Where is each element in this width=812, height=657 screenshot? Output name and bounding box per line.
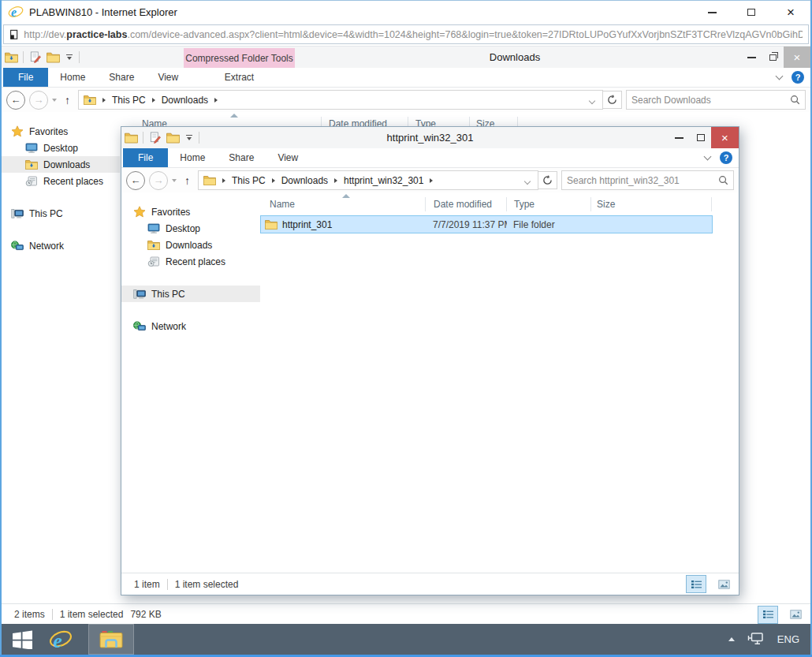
qat-new-folder-icon[interactable] bbox=[166, 132, 180, 144]
address-dropdown-icon[interactable] bbox=[587, 95, 598, 106]
close-icon: × bbox=[787, 6, 795, 19]
column-size[interactable]: Size bbox=[590, 197, 712, 211]
contextual-tab-compressed-folder-tools[interactable]: Compressed Folder Tools bbox=[184, 48, 295, 68]
ribbon-right-controls: ? bbox=[777, 68, 804, 87]
search-box[interactable] bbox=[626, 90, 806, 110]
search-input[interactable] bbox=[631, 95, 790, 106]
column-type[interactable]: Type bbox=[506, 197, 590, 211]
taskbar-internet-explorer[interactable]: e bbox=[43, 624, 79, 655]
column-name[interactable]: Name bbox=[260, 197, 425, 211]
tab-share[interactable]: Share bbox=[97, 68, 146, 87]
sidebar-item-this-pc[interactable]: This PC bbox=[2, 205, 120, 222]
icons-view-button[interactable] bbox=[713, 575, 734, 593]
page-favicon-icon bbox=[9, 29, 18, 40]
sidebar-item-network[interactable]: Network bbox=[2, 237, 120, 254]
breadcrumb-downloads[interactable]: Downloads bbox=[162, 95, 208, 106]
qat-properties-icon[interactable] bbox=[28, 51, 42, 63]
tab-extract[interactable]: Extract bbox=[184, 68, 295, 87]
details-view-button[interactable] bbox=[686, 575, 706, 593]
url-input[interactable]: http://dev.practice-labs.com/device-adva… bbox=[3, 24, 809, 44]
httprint-status-bar: 1 item 1 item selected bbox=[121, 573, 739, 595]
file-row-httprint-301[interactable]: httprint_301 7/7/2019 11:37 PM File fold… bbox=[260, 215, 713, 233]
tab-file[interactable]: File bbox=[123, 148, 168, 167]
details-view-button[interactable] bbox=[758, 606, 778, 624]
file-type: File folder bbox=[507, 219, 591, 230]
up-button[interactable]: ↑ bbox=[61, 94, 74, 106]
restore-button[interactable] bbox=[762, 47, 784, 68]
sidebar-item-recent-places[interactable]: Recent places bbox=[2, 173, 120, 189]
close-icon: × bbox=[721, 131, 728, 144]
tab-home[interactable]: Home bbox=[168, 148, 217, 167]
icons-view-button[interactable] bbox=[785, 606, 806, 624]
taskbar: e ENG bbox=[2, 624, 810, 655]
qat-customize-icon[interactable] bbox=[65, 53, 74, 62]
back-button[interactable]: ← bbox=[6, 91, 25, 110]
maximize-button[interactable] bbox=[690, 127, 711, 148]
back-button[interactable]: ← bbox=[126, 171, 145, 190]
browser-close-button[interactable]: × bbox=[771, 1, 810, 24]
language-indicator[interactable]: ENG bbox=[777, 633, 799, 645]
breadcrumb-httprint[interactable]: httprint_win32_301 bbox=[344, 175, 423, 186]
tab-view[interactable]: View bbox=[266, 148, 310, 167]
sidebar-item-downloads[interactable]: Downloads bbox=[121, 237, 260, 253]
browser-titlebar: e PLABWIN810 - Internet Explorer × bbox=[2, 1, 810, 24]
sidebar-item-favorites[interactable]: Favorites bbox=[2, 123, 120, 140]
minimize-button[interactable] bbox=[669, 127, 690, 148]
minimize-button[interactable] bbox=[741, 47, 762, 68]
help-icon[interactable]: ? bbox=[720, 151, 732, 164]
qat-new-folder-icon[interactable] bbox=[47, 51, 60, 63]
help-icon[interactable]: ? bbox=[792, 71, 804, 84]
start-button[interactable] bbox=[2, 624, 43, 655]
sidebar-item-desktop[interactable]: Desktop bbox=[121, 220, 260, 237]
close-button[interactable]: × bbox=[784, 47, 810, 68]
address-bar[interactable]: This PC Downloads bbox=[78, 90, 603, 110]
svg-text:e: e bbox=[11, 6, 17, 19]
breadcrumb-this-pc[interactable]: This PC bbox=[232, 175, 266, 186]
downloads-folder-icon bbox=[147, 240, 160, 250]
show-hidden-icons-icon[interactable] bbox=[728, 637, 735, 641]
tab-home[interactable]: Home bbox=[48, 68, 97, 87]
taskbar-file-explorer[interactable] bbox=[88, 624, 134, 655]
browser-url-row: http://dev.practice-labs.com/device-adva… bbox=[2, 24, 810, 45]
forward-button[interactable]: → bbox=[149, 171, 168, 190]
column-date-modified[interactable]: Date modified bbox=[425, 197, 506, 211]
sidebar-item-favorites[interactable]: Favorites bbox=[121, 203, 260, 220]
tab-share[interactable]: Share bbox=[217, 148, 266, 167]
forward-button[interactable]: → bbox=[29, 91, 48, 110]
qat-properties-icon[interactable] bbox=[148, 132, 162, 144]
qat-customize-icon[interactable] bbox=[184, 133, 194, 143]
separator bbox=[79, 51, 80, 63]
recent-locations-icon[interactable] bbox=[172, 179, 177, 182]
sidebar-label: Downloads bbox=[43, 159, 90, 170]
refresh-button[interactable] bbox=[603, 91, 622, 109]
status-size: 792 KB bbox=[130, 609, 161, 620]
browser-minimize-button[interactable] bbox=[692, 1, 732, 24]
breadcrumb-this-pc[interactable]: This PC bbox=[112, 95, 146, 106]
ribbon-expand-icon[interactable] bbox=[704, 153, 712, 161]
url-suffix: .com/device-advanced.aspx?client=html&de… bbox=[127, 29, 803, 40]
up-button[interactable]: ↑ bbox=[181, 174, 194, 187]
search-box[interactable] bbox=[561, 170, 734, 190]
qat-downloads-folder-icon[interactable] bbox=[5, 51, 18, 63]
address-dropdown-icon[interactable] bbox=[522, 175, 533, 186]
thumbnails-view-icon bbox=[790, 610, 802, 619]
address-bar[interactable]: This PC Downloads httprint_win32_301 bbox=[198, 170, 538, 190]
window-title: httprint_win32_301 bbox=[216, 127, 644, 148]
ribbon-expand-icon[interactable] bbox=[776, 73, 784, 80]
sidebar-item-network[interactable]: Network bbox=[121, 318, 260, 334]
close-button[interactable]: × bbox=[711, 127, 739, 148]
network-status-icon[interactable] bbox=[747, 632, 765, 648]
sidebar-item-downloads[interactable]: Downloads bbox=[2, 156, 120, 173]
breadcrumb-downloads[interactable]: Downloads bbox=[281, 175, 328, 186]
this-pc-icon bbox=[133, 289, 146, 299]
recent-locations-icon[interactable] bbox=[52, 99, 57, 102]
tab-file[interactable]: File bbox=[3, 68, 48, 87]
httprint-file-list: Name Date modified Type Size httprint_30… bbox=[260, 192, 739, 573]
sidebar-item-this-pc[interactable]: This PC bbox=[121, 286, 260, 302]
qat-folder-icon[interactable] bbox=[125, 132, 138, 144]
sidebar-item-desktop[interactable]: Desktop bbox=[2, 140, 120, 156]
browser-maximize-button[interactable] bbox=[732, 1, 771, 24]
refresh-button[interactable] bbox=[538, 171, 557, 189]
sidebar-item-recent-places[interactable]: Recent places bbox=[121, 253, 260, 270]
search-input[interactable] bbox=[567, 175, 718, 186]
